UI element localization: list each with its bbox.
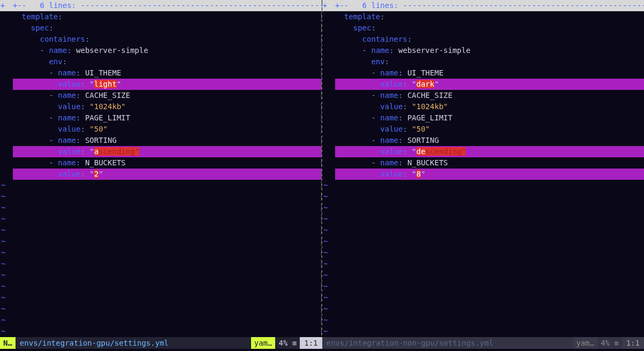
env-name: PAGE_LIMIT (407, 113, 452, 122)
yaml-key: name (49, 46, 67, 55)
filetype: yam… (251, 337, 276, 349)
diff-char: de (416, 147, 426, 156)
diff-char: 2 (94, 170, 99, 178)
diff-char: a (94, 147, 99, 156)
right-pane[interactable]: + +-- 6 lines: -------------------------… (322, 0, 644, 337)
diff-line: value: "2" (13, 169, 322, 180)
fold-marker: +-- (335, 0, 348, 11)
statusbar-right: envs/integration-non-gpu/settings.yml ya… (322, 337, 645, 349)
container-name: webserver-simple (398, 46, 471, 55)
code-area-right[interactable]: template: spec: containers: - name: webs… (335, 11, 644, 180)
yaml-key: spec (31, 24, 49, 32)
env-value: "50" (89, 125, 108, 133)
left-pane[interactable]: + +-- 6 lines: -------------------------… (0, 0, 322, 337)
file-path: envs/integration-non-gpu/settings.yml (322, 338, 498, 349)
fold-dashes: ----------------------------------------… (80, 0, 322, 11)
env-name: CACHE_SIZE (85, 91, 130, 100)
file-path: envs/integration-gpu/settings.yml (16, 338, 173, 349)
env-value: "1024kb" (89, 102, 125, 111)
fold-header-right[interactable]: + +-- 6 lines: -------------------------… (322, 0, 644, 11)
yaml-key: template (22, 12, 58, 21)
scroll-percent: 4% ≡ (275, 338, 300, 349)
diff-line: value: "dark" (335, 79, 644, 90)
env-value: "1024kb" (412, 102, 448, 111)
filetype: yam… (573, 337, 597, 349)
fold-count: 6 lines: (362, 0, 398, 11)
env-name: UI_THEME (85, 68, 121, 77)
cursor-position: 1:1 (622, 337, 644, 349)
statusbar: N… envs/integration-gpu/settings.yml yam… (0, 337, 644, 349)
yaml-key: env (49, 57, 62, 66)
env-name: CACHE_SIZE (407, 91, 452, 100)
diff-char: 8 (416, 170, 421, 178)
env-value: "50" (412, 125, 430, 133)
env-name: N_BUCKETS (85, 158, 126, 167)
fold-gutter-icon: + (322, 0, 328, 11)
diff-line: value: "ascending" (13, 146, 322, 157)
diff-char: dark (416, 80, 435, 88)
container-name: webserver-simple (76, 46, 148, 55)
env-name: SORTING (85, 136, 117, 144)
end-of-buffer: ~~~~~~~~~~~~~~ (0, 180, 5, 337)
fold-marker: +-- (13, 0, 26, 11)
diff-char: light (94, 80, 117, 88)
scroll-percent: 4% ≡ (597, 338, 622, 349)
yaml-key: containers (40, 35, 85, 43)
fold-count: 6 lines: (40, 0, 76, 11)
fold-dashes: ----------------------------------------… (403, 0, 644, 11)
fold-header-left[interactable]: + +-- 6 lines: -------------------------… (0, 0, 322, 11)
env-name: PAGE_LIMIT (85, 113, 130, 122)
code-area-left[interactable]: template: spec: containers: - name: webs… (13, 11, 322, 180)
command-line[interactable] (0, 349, 644, 351)
env-name: SORTING (407, 136, 439, 144)
statusbar-left: N… envs/integration-gpu/settings.yml yam… (0, 337, 322, 349)
split-border: │││││││││││││││││││││││││││││ (319, 0, 322, 337)
diff-view: + +-- 6 lines: -------------------------… (0, 0, 644, 337)
diff-line: value: "light" (13, 79, 322, 90)
mode-indicator: N… (0, 337, 16, 349)
env-name: UI_THEME (407, 68, 443, 77)
diff-line: value: "8" (335, 169, 644, 180)
fold-gutter-icon: + (0, 0, 5, 11)
cursor-position: 1:1 (300, 337, 322, 349)
diff-line: value: "descending" (335, 146, 644, 157)
env-name: N_BUCKETS (407, 158, 448, 167)
end-of-buffer: ~~~~~~~~~~~~~~ (322, 180, 328, 337)
